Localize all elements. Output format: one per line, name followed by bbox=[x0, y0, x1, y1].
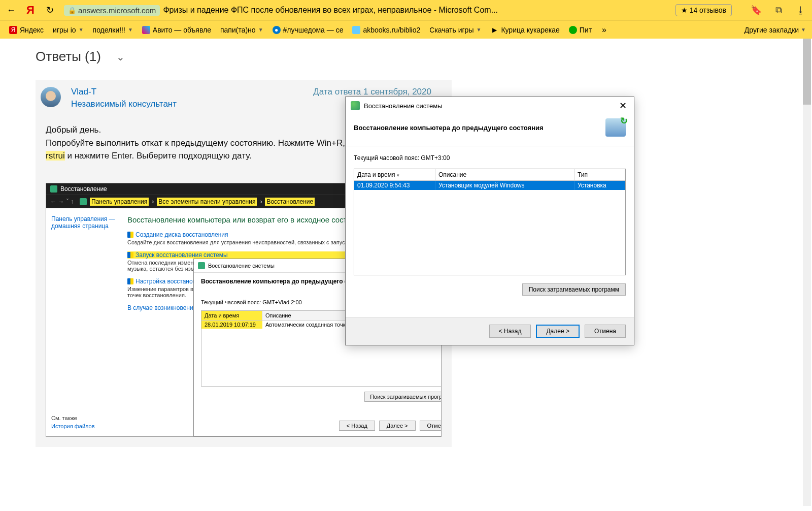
breadcrumb-item[interactable]: Панель управления bbox=[90, 198, 149, 206]
chevron-right-icon: › bbox=[260, 198, 262, 205]
shield-icon bbox=[127, 252, 133, 258]
timezone-label: Текущий часовой пояс: GMT+3:00 bbox=[346, 146, 634, 167]
col-description[interactable]: Описание bbox=[435, 169, 574, 180]
downloads-icon[interactable]: ⭳ bbox=[796, 5, 806, 15]
address-bar[interactable]: 🔒 answers.microsoft.com Фризы и падение … bbox=[64, 5, 498, 16]
cp-sidebar: Панель управления — домашняя страница См… bbox=[46, 208, 122, 437]
inner-search-row: Поиск затрагиваемых програм bbox=[194, 389, 442, 405]
chevron-right-icon: › bbox=[152, 198, 154, 205]
chevron-down-icon: ▼ bbox=[128, 27, 133, 33]
site-icon bbox=[569, 26, 577, 34]
more-bookmarks-icon[interactable]: » bbox=[602, 25, 606, 35]
cp-nav-buttons[interactable]: ← → ˅ ↑ bbox=[50, 198, 74, 205]
back-button[interactable]: < Назад bbox=[489, 325, 531, 338]
affected-programs-row: Поиск затрагиваемых программ bbox=[346, 277, 634, 300]
bookmark-item[interactable]: поделки!!!▼ bbox=[90, 24, 136, 36]
restore-icon bbox=[351, 101, 360, 110]
answers-heading: Ответы (1) bbox=[36, 49, 101, 65]
bookmark-item[interactable]: ЯЯндекс bbox=[6, 24, 47, 36]
computer-restore-icon bbox=[605, 118, 626, 137]
browser-toolbar: ← Я ↻ 🔒 answers.microsoft.com Фризы и па… bbox=[0, 0, 812, 20]
col-datetime[interactable]: Дата и время▾ bbox=[354, 169, 435, 180]
folder-icon bbox=[80, 198, 87, 205]
cp-home-link[interactable]: Панель управления — домашняя страница bbox=[51, 215, 117, 230]
dialog-footer: < Назад Далее > Отмена bbox=[346, 317, 634, 345]
col-datetime[interactable]: Дата и время bbox=[201, 311, 262, 320]
dialog-title: Восстановление системы bbox=[364, 102, 443, 110]
toolbar-right: 🔖 ⧉ ⭳ bbox=[751, 5, 806, 15]
affected-programs-button[interactable]: Поиск затрагиваемых программ bbox=[522, 283, 626, 296]
dialog-heading: Восстановление компьютера до предыдущего… bbox=[354, 124, 544, 132]
vertical-scrollbar[interactable] bbox=[803, 39, 811, 506]
breadcrumb-item[interactable]: Все элементы панели управления bbox=[157, 198, 257, 206]
bookmark-icon[interactable]: 🔖 bbox=[751, 5, 761, 15]
url-host: answers.microsoft.com bbox=[78, 6, 156, 15]
col-type[interactable]: Тип bbox=[574, 169, 625, 180]
chevron-down-icon: ▼ bbox=[79, 27, 84, 33]
answer-date: Дата ответа 1 сентября, 2020 bbox=[313, 87, 431, 97]
bookmark-item[interactable]: Авито — объявле bbox=[139, 24, 214, 36]
chevron-down-icon: ▼ bbox=[476, 27, 481, 33]
cell-desc: Автоматически созданная точка bbox=[262, 321, 352, 329]
extensions-icon[interactable]: ⧉ bbox=[773, 5, 784, 15]
avatar[interactable] bbox=[41, 87, 61, 107]
other-bookmarks[interactable]: Другие закладки▼ bbox=[745, 26, 806, 34]
restore-points-table: Дата и время▾ Описание Тип 01.09.2020 9:… bbox=[354, 169, 626, 275]
reviews-badge[interactable]: ★ 14 отзывов bbox=[675, 4, 732, 16]
reviews-count: 14 отзывов bbox=[690, 6, 726, 14]
highlighted-text: rstrui bbox=[46, 151, 65, 161]
site-security-badge[interactable]: 🔒 answers.microsoft.com bbox=[64, 5, 160, 16]
answers-header: Ответы (1) ⌄ bbox=[36, 49, 776, 65]
back-icon[interactable]: ← bbox=[6, 5, 16, 15]
file-history-link[interactable]: История файлов bbox=[51, 423, 95, 429]
bookmark-item[interactable]: Скачать игры▼ bbox=[426, 24, 484, 36]
page-title: Фризы и падение ФПС после обновления во … bbox=[163, 6, 498, 15]
bookmark-item[interactable]: папи(та)но▼ bbox=[217, 24, 266, 36]
table-row[interactable]: 01.09.2020 9:54:43 Установщик модулей Wi… bbox=[354, 181, 625, 190]
restore-icon bbox=[198, 262, 205, 269]
sort-desc-icon: ▾ bbox=[397, 173, 399, 178]
site-icon: ● bbox=[273, 26, 281, 34]
shield-icon bbox=[127, 278, 133, 284]
site-icon bbox=[352, 26, 360, 34]
cancel-button[interactable]: Отмена bbox=[585, 325, 626, 338]
cell-date: 01.09.2020 9:54:43 bbox=[354, 181, 435, 190]
bookmark-item[interactable]: akbooks.ru/biblio2 bbox=[349, 24, 423, 36]
avito-icon bbox=[142, 26, 150, 34]
bookmark-item[interactable]: игры io▼ bbox=[50, 24, 86, 36]
bookmark-item[interactable]: ●#лучшедома — се bbox=[269, 24, 347, 36]
chevron-down-icon: ▼ bbox=[801, 27, 806, 33]
reload-icon[interactable]: ↻ bbox=[45, 5, 55, 15]
close-icon[interactable]: ✕ bbox=[617, 100, 629, 111]
bookmark-item[interactable]: ▶Курица кукарекае bbox=[487, 24, 562, 36]
shield-icon bbox=[127, 232, 133, 238]
chevron-down-icon[interactable]: ⌄ bbox=[116, 51, 125, 63]
dialog-title-bar: Восстановление системы ✕ bbox=[346, 97, 634, 114]
chevron-down-icon: ▼ bbox=[258, 27, 263, 33]
next-button[interactable]: Далее > bbox=[379, 421, 416, 431]
affected-programs-button[interactable]: Поиск затрагиваемых програм bbox=[364, 392, 442, 402]
table-header: Дата и время▾ Описание Тип bbox=[354, 169, 625, 181]
next-button[interactable]: Далее > bbox=[536, 325, 580, 338]
see-also-label: См. также bbox=[51, 415, 95, 421]
breadcrumb-item[interactable]: Восстановление bbox=[265, 198, 315, 206]
cancel-button[interactable]: Отмена bbox=[420, 421, 442, 431]
back-button[interactable]: < Назад bbox=[339, 421, 375, 431]
system-restore-dialog: Восстановление системы ✕ Восстановление … bbox=[345, 97, 634, 345]
dialog-header: Восстановление компьютера до предыдущего… bbox=[346, 114, 634, 146]
lock-icon: 🔒 bbox=[68, 7, 76, 14]
bookmarks-bar: ЯЯндекс игры io▼ поделки!!!▼ Авито — объ… bbox=[0, 20, 812, 39]
cell-type: Установка bbox=[574, 181, 625, 190]
cell-date: 28.01.2019 10:07:19 bbox=[201, 321, 262, 329]
recovery-icon bbox=[50, 185, 57, 193]
play-icon: ▶ bbox=[490, 26, 498, 34]
scrollbar-thumb[interactable] bbox=[803, 39, 811, 105]
cell-desc: Установщик модулей Windows bbox=[435, 181, 574, 190]
yandex-logo-icon[interactable]: Я bbox=[25, 5, 36, 15]
bookmark-item[interactable]: Пит bbox=[566, 24, 595, 36]
yandex-icon: Я bbox=[9, 26, 17, 34]
star-icon: ★ bbox=[681, 6, 688, 14]
